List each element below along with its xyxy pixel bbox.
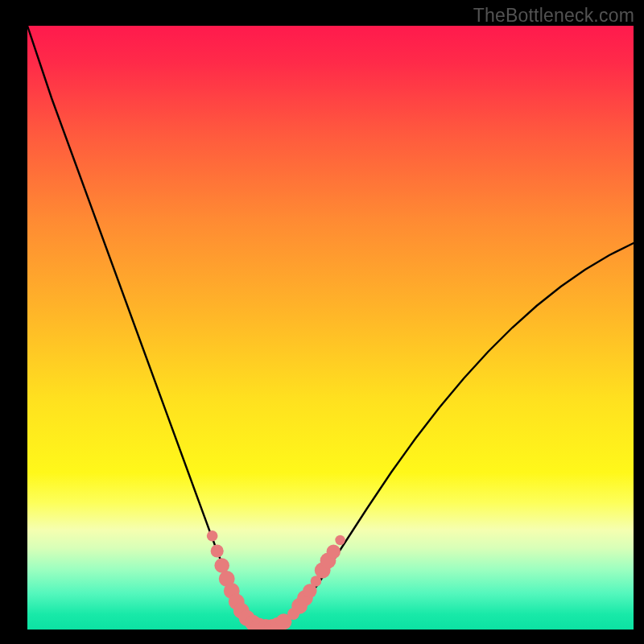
watermark-text: TheBottleneck.com	[473, 5, 634, 27]
curve-marker	[214, 558, 229, 573]
bottleneck-chart	[27, 26, 634, 630]
chart-frame: TheBottleneck.com	[0, 0, 644, 644]
curve-marker	[207, 530, 218, 542]
curve-marker	[335, 535, 345, 545]
curve-marker	[327, 545, 341, 559]
gradient-background	[27, 26, 634, 630]
curve-marker	[211, 544, 224, 557]
